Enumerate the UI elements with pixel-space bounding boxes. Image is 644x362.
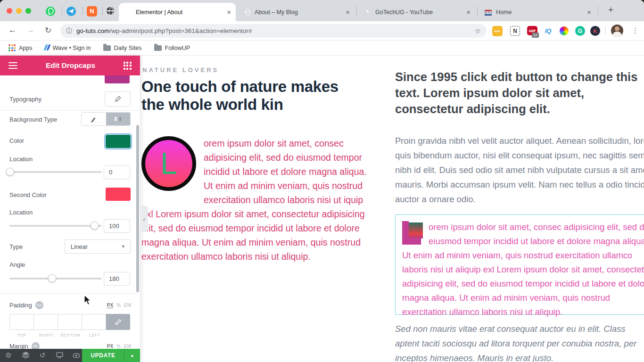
- tab-elementor-about[interactable]: Elementor | About ×: [119, 3, 236, 21]
- panel-title: Edit Dropcaps: [46, 61, 95, 70]
- location-input[interactable]: [104, 165, 130, 179]
- bookmark-folder-followup[interactable]: FollowUP: [154, 45, 190, 51]
- bookmark-wave-sign-in[interactable]: Wave • Sign in: [45, 44, 91, 52]
- bookmark-star-icon[interactable]: ☆: [475, 27, 481, 35]
- selected-dropcap-widget[interactable]: orem ipsum dolor sit amet, consec adipis…: [395, 214, 644, 315]
- panel-footer: ⚙ ↺ UPDATE ▲: [0, 349, 140, 362]
- responsive-mode-icon[interactable]: [51, 352, 68, 360]
- colorzilla-extension-icon[interactable]: [559, 26, 569, 36]
- tab-close-icon[interactable]: ×: [227, 8, 231, 16]
- panel-scrollbar[interactable]: [136, 125, 139, 292]
- iq-extension-icon[interactable]: IQ: [543, 26, 553, 36]
- tab-close-icon[interactable]: ×: [587, 8, 591, 16]
- pinned-tab-separator: [83, 7, 83, 15]
- gtu-site-icon: GTU: [485, 8, 492, 16]
- settings-gear-icon[interactable]: ⚙: [0, 351, 17, 360]
- url-domain: go-tuts.com: [76, 27, 110, 34]
- dropcap-paragraph[interactable]: L orem ipsum dolor sit amet, consec adip…: [141, 136, 374, 263]
- tab-title: About – My Blog: [255, 9, 341, 16]
- tab-separator: [356, 7, 357, 15]
- location-slider-handle[interactable]: [6, 168, 14, 176]
- history-icon[interactable]: ↺: [34, 351, 51, 360]
- address-bar[interactable]: ⓘ go-tuts.com /wp-admin/post.php?post=36…: [60, 24, 487, 38]
- dropcap-circle[interactable]: L: [141, 136, 196, 191]
- gradient-second-color-swatch[interactable]: [106, 188, 131, 201]
- apps-grid-icon: [8, 44, 16, 51]
- gradient-type-select[interactable]: Linear ▼: [65, 239, 131, 254]
- wave-icon: [45, 44, 50, 52]
- angle-slider-handle[interactable]: [48, 274, 56, 282]
- background-classic-button[interactable]: [82, 113, 106, 125]
- gradient-first-color-swatch[interactable]: [106, 135, 131, 148]
- padding-top-input[interactable]: [9, 314, 34, 330]
- tab-close-icon[interactable]: ×: [346, 8, 350, 16]
- chrome-menu-icon[interactable]: ⋮: [632, 26, 639, 35]
- padding-left-input[interactable]: [82, 314, 106, 330]
- location2-input[interactable]: [104, 219, 130, 233]
- angle-input[interactable]: [104, 272, 130, 286]
- globe-pinned-tab[interactable]: [107, 7, 114, 15]
- bookmark-folder-daily-sites[interactable]: Daily Sites: [103, 45, 142, 51]
- tab-home[interactable]: GTU Home ×: [479, 3, 596, 21]
- top-label: TOP: [9, 333, 34, 337]
- reload-button[interactable]: ↻: [45, 25, 51, 35]
- k-extension-icon[interactable]: K: [590, 26, 600, 36]
- close-window-button[interactable]: [7, 8, 12, 14]
- right-column-heading[interactable]: Since 1995 click edit button to change t…: [395, 69, 638, 117]
- grammarly-extension-icon[interactable]: G: [575, 26, 585, 36]
- new-tab-button[interactable]: +: [608, 5, 613, 15]
- unit-percent[interactable]: %: [116, 344, 121, 349]
- padding-bottom-input[interactable]: [58, 314, 82, 330]
- tab-close-icon[interactable]: ×: [466, 8, 471, 16]
- bookmark-label: Wave • Sign in: [53, 45, 91, 51]
- responsive-device-icon[interactable]: [35, 301, 43, 309]
- tab-strip: N Elementor | About × About – My Blog × …: [0, 0, 644, 21]
- unit-em[interactable]: EM: [124, 344, 131, 349]
- forward-button[interactable]: →: [26, 25, 34, 35]
- dropcap-letter: L: [160, 156, 177, 171]
- unit-percent[interactable]: %: [116, 303, 121, 308]
- mini-dropcap: [402, 221, 423, 246]
- section-divider: [0, 110, 140, 111]
- location2-slider-track[interactable]: [9, 225, 102, 227]
- zoom-window-button[interactable]: [25, 8, 31, 14]
- tab-about-my-blog[interactable]: About – My Blog ×: [238, 3, 355, 21]
- panel-collapse-handle[interactable]: ‹: [140, 206, 148, 232]
- location-label: Location: [9, 156, 33, 163]
- dropcap-letter-shape: [402, 238, 421, 245]
- update-options-caret[interactable]: ▲: [124, 349, 140, 362]
- padding-units: PX % EM: [98, 303, 131, 308]
- bookmark-apps[interactable]: Apps: [8, 44, 33, 51]
- extension-yellow-icon[interactable]: •••: [492, 26, 503, 36]
- paintbrush-icon: [90, 115, 97, 123]
- back-button[interactable]: ←: [8, 25, 17, 35]
- site-info-icon[interactable]: ⓘ: [66, 27, 72, 35]
- unit-px[interactable]: PX: [107, 303, 113, 308]
- location2-slider-handle[interactable]: [91, 222, 99, 230]
- padding-right-input[interactable]: [33, 314, 58, 330]
- tab-gotechug-youtube[interactable]: GoTechUG - YouTube ×: [358, 3, 475, 21]
- right-paragraph-1[interactable]: Proin gravida nibh vel velit auctor aliq…: [395, 133, 644, 206]
- n-app-pinned-tab[interactable]: N: [87, 6, 97, 16]
- whatsapp-pinned-tab[interactable]: [45, 6, 56, 16]
- tab-separator: [477, 7, 478, 15]
- widgets-grid-icon[interactable]: [124, 62, 132, 70]
- location-slider-track[interactable]: [9, 171, 102, 173]
- hamburger-menu-icon[interactable]: [8, 60, 17, 70]
- unit-em[interactable]: EM: [124, 303, 131, 308]
- profile-avatar[interactable]: [611, 25, 623, 37]
- link-values-button[interactable]: [106, 314, 130, 330]
- navigator-layers-icon[interactable]: [17, 352, 34, 360]
- pinned-tab-separator: [102, 7, 103, 15]
- background-gradient-button[interactable]: [106, 113, 131, 125]
- nimbus-capture-extension-icon[interactable]: N: [510, 26, 520, 36]
- right-paragraph-2[interactable]: Sed non mauris vitae erat consequat auct…: [395, 321, 644, 362]
- minimize-window-button[interactable]: [16, 8, 22, 14]
- typography-edit-button[interactable]: [105, 91, 131, 107]
- telegram-pinned-tab[interactable]: [66, 6, 76, 16]
- update-button[interactable]: UPDATE: [82, 349, 124, 362]
- toolbar: ← → ↻ ⓘ go-tuts.com /wp-admin/post.php?p…: [0, 21, 644, 41]
- main-heading[interactable]: One touch of nature makes the whole worl…: [141, 78, 357, 114]
- browser-window: N Elementor | About × About – My Blog × …: [0, 0, 644, 362]
- padding-label: Padding: [9, 302, 32, 309]
